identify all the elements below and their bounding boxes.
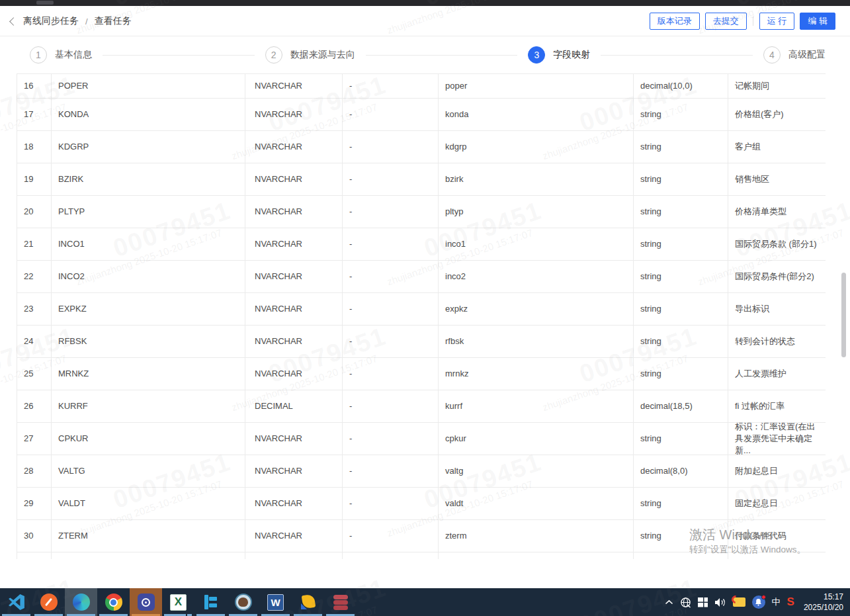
target-field-type: string — [634, 99, 728, 130]
source-field-name: PLTYP — [52, 196, 245, 228]
source-field-name: CPKUR — [52, 423, 245, 455]
source-field-name: ZTERM — [52, 520, 245, 552]
step-advanced-config[interactable]: 4 高级配置 — [763, 46, 826, 64]
foxmail-icon[interactable] — [733, 597, 745, 607]
blue-f-glyph — [202, 594, 220, 611]
target-field-name: mrnkz — [439, 358, 634, 390]
taskbar-clock[interactable]: 15:17 2025/10/20 — [804, 592, 843, 613]
dbeaver-glyph — [235, 594, 252, 611]
submit-button[interactable]: 去提交 — [705, 13, 747, 30]
field-mapping-table: 16 POPER NVARCHAR - poper decimal(10,0) … — [17, 73, 826, 559]
target-field-name: expkz — [439, 293, 634, 325]
target-field-name: valdt — [439, 488, 634, 519]
hidden-icons-chevron-icon[interactable] — [665, 599, 673, 605]
source-field-name: INCO1 — [52, 228, 245, 260]
version-history-button[interactable]: 版本记录 — [650, 13, 700, 30]
step-source-target[interactable]: 2 数据来源与去向 — [265, 46, 355, 64]
target-field-type: string — [634, 196, 728, 228]
row-number: 29 — [17, 488, 52, 519]
source-field-type: NVARCHAR — [245, 74, 343, 98]
field-description: 转到会计的状态 — [728, 326, 826, 357]
step-basic-info[interactable]: 1 基本信息 — [30, 46, 92, 64]
breadcrumb-item-tasks[interactable]: 离线同步任务 — [23, 15, 79, 27]
target-field-type: string — [634, 488, 728, 519]
source-field-type: NVARCHAR — [245, 520, 343, 552]
row-number: 16 — [17, 74, 52, 98]
row-number: 24 — [17, 326, 52, 357]
chrome-icon[interactable] — [97, 588, 130, 616]
word-icon[interactable]: W — [259, 588, 292, 616]
source-field-extra: - — [343, 163, 439, 195]
ime-language-indicator[interactable]: 中 — [772, 596, 781, 608]
source-field-type: NVARCHAR — [245, 163, 343, 195]
source-field-extra: - — [343, 293, 439, 325]
row-number: 30 — [17, 520, 52, 552]
table-row: 25 MRNKZ NVARCHAR - mrnkz string 人工发票维护 — [17, 358, 826, 390]
vertical-scrollbar-thumb[interactable] — [841, 273, 846, 357]
yellow-app-glyph — [300, 594, 317, 611]
target-field-type: string — [634, 131, 728, 163]
taskbar-apps: X W — [0, 588, 357, 616]
source-field-name: INCO2 — [52, 261, 245, 292]
target-field-name: cpkur — [439, 423, 634, 455]
notification-app-icon[interactable] — [752, 595, 765, 609]
app-grid-icon[interactable] — [698, 597, 708, 607]
database-app-icon[interactable] — [324, 588, 357, 616]
table-row: 19 BZIRK NVARCHAR - bzirk string 销售地区 — [17, 163, 826, 196]
source-field-name: VALDT — [52, 488, 245, 519]
source-field-type: NVARCHAR — [245, 196, 343, 228]
target-field-type: string — [634, 358, 728, 390]
table-row: 20 PLTYP NVARCHAR - pltyp string 价格清单类型 — [17, 196, 826, 228]
table-row: 17 KONDA NVARCHAR - konda string 价格组(客户) — [17, 99, 826, 131]
pen-app-icon[interactable] — [32, 588, 65, 616]
source-field-name: KDGRP — [52, 131, 245, 163]
source-field-name: KONDA — [52, 99, 245, 130]
source-field-name: MRNKZ — [52, 358, 245, 390]
breadcrumb: 离线同步任务 / 查看任务 — [11, 6, 132, 36]
source-field-type: NVARCHAR — [245, 423, 343, 455]
source-field-extra: - — [343, 99, 439, 130]
source-field-type: NVARCHAR — [245, 326, 343, 357]
run-button[interactable]: 运 行 — [759, 13, 795, 30]
target-field-name: valtg — [439, 455, 634, 487]
source-field-type: NVARCHAR — [245, 293, 343, 325]
dbeaver-icon[interactable] — [227, 588, 259, 616]
row-number: 17 — [17, 99, 52, 130]
step-connector — [103, 55, 255, 56]
target-field-name: bzirk — [439, 163, 634, 195]
yellow-app-icon[interactable] — [292, 588, 324, 616]
chat-app-icon[interactable] — [130, 588, 162, 616]
step-connector — [601, 55, 753, 56]
edit-button[interactable]: 编 辑 — [800, 13, 835, 30]
sogou-input-icon[interactable]: S — [787, 595, 794, 609]
network-globe-icon[interactable] — [680, 597, 691, 608]
field-description: 人工发票维护 — [728, 358, 826, 390]
step-field-mapping[interactable]: 3 字段映射 — [528, 46, 590, 64]
step-4-circle: 4 — [763, 46, 781, 64]
blue-f-app-icon[interactable] — [194, 588, 227, 616]
source-field-type: NVARCHAR — [245, 99, 343, 130]
row-number: 23 — [17, 293, 52, 325]
source-field-extra: - — [343, 196, 439, 228]
table-row-partial — [17, 552, 826, 559]
window-drag-notch — [36, 1, 54, 5]
excel-icon[interactable]: X — [162, 588, 194, 616]
target-field-type: string — [634, 261, 728, 292]
field-description: 附加起息日 — [728, 455, 826, 487]
source-field-extra: - — [343, 423, 439, 455]
source-field-extra: - — [343, 488, 439, 519]
back-icon[interactable] — [9, 17, 18, 26]
source-field-name: EXPKZ — [52, 293, 245, 325]
pen-app-glyph — [40, 594, 58, 611]
notification-dot — [761, 595, 766, 599]
desktop-screen: 离线同步任务 / 查看任务 版本记录 去提交 运 行 编 辑 1 基本信息 2 … — [0, 0, 850, 616]
edge-icon[interactable] — [65, 588, 97, 616]
volume-icon[interactable] — [714, 597, 726, 607]
table-row: 29 VALDT NVARCHAR - valdt string 固定起息日 — [17, 488, 826, 520]
vscode-icon[interactable] — [0, 588, 32, 616]
header-actions: 版本记录 去提交 运 行 编 辑 — [650, 6, 835, 36]
source-field-extra: - — [343, 520, 439, 552]
target-field-type: string — [634, 326, 728, 357]
excel-glyph: X — [170, 594, 187, 611]
row-number: 18 — [17, 131, 52, 163]
